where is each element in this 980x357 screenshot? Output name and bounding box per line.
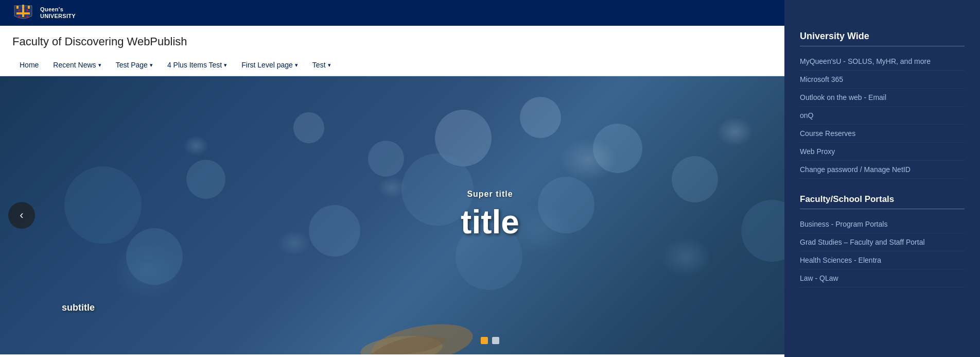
nav-test-label: Test — [312, 61, 326, 69]
university-wide-section: University Wide MyQueen'sU - SOLUS, MyHR… — [800, 31, 965, 179]
link-myqueens[interactable]: MyQueen'sU - SOLUS, MyHR, and more — [800, 53, 965, 71]
nav-recent-news-label: Recent News — [53, 61, 96, 69]
nav-test[interactable]: Test ▾ — [305, 56, 338, 76]
link-microsoft365[interactable]: Microsoft 365 — [800, 71, 965, 89]
chevron-down-icon: ▾ — [295, 62, 298, 69]
svg-point-24 — [309, 205, 360, 257]
link-course-reserves[interactable]: Course Reserves — [800, 125, 965, 143]
chevron-down-icon: ▾ — [224, 62, 227, 69]
slider-dot-1[interactable] — [481, 337, 488, 344]
svg-rect-5 — [16, 12, 30, 14]
nav-test-page-label: Test Page — [116, 61, 148, 69]
nav-test-page[interactable]: Test Page ▾ — [109, 56, 160, 76]
link-onq[interactable]: onQ — [800, 107, 965, 125]
link-outlook[interactable]: Outlook on the web - Email — [800, 89, 965, 107]
slider-dot-2[interactable] — [492, 337, 499, 344]
svg-rect-2 — [22, 5, 24, 9]
link-health-sciences[interactable]: Health Sciences - Elentra — [800, 251, 965, 269]
nav-4-plus-items[interactable]: 4 Plus Items Test ▾ — [160, 56, 234, 76]
nav-home[interactable]: Home — [12, 56, 46, 76]
faculty-portals-title: Faculty/School Portals — [800, 194, 965, 209]
university-name: Queen'sUNIVERSITY — [40, 6, 76, 20]
nav-4-plus-items-label: 4 Plus Items Test — [167, 61, 222, 69]
svg-point-22 — [64, 166, 142, 244]
university-wide-title: University Wide — [800, 31, 965, 46]
svg-rect-3 — [28, 6, 30, 9]
svg-point-9 — [26, 15, 28, 18]
svg-point-15 — [368, 141, 404, 177]
queens-logo — [10, 4, 36, 22]
link-web-proxy[interactable]: Web Proxy — [800, 143, 965, 161]
link-business[interactable]: Business - Program Portals — [800, 215, 965, 233]
link-law[interactable]: Law - QLaw — [800, 269, 965, 287]
chevron-down-icon: ▾ — [98, 62, 101, 69]
nav-first-level[interactable]: First Level page ▾ — [234, 56, 305, 76]
chevron-down-icon: ▾ — [328, 62, 331, 69]
svg-point-8 — [18, 15, 20, 18]
nav-home-label: Home — [20, 61, 39, 69]
slider-prev-button[interactable]: ‹ — [8, 202, 35, 229]
nav-first-level-label: First Level page — [241, 61, 293, 69]
chevron-left-icon: ‹ — [20, 209, 23, 222]
svg-point-27 — [126, 228, 183, 285]
nav-recent-news[interactable]: Recent News ▾ — [46, 56, 108, 76]
hero-supertitle: Super title — [461, 190, 519, 199]
svg-point-20 — [538, 177, 594, 233]
svg-point-14 — [520, 97, 561, 138]
svg-point-21 — [672, 156, 718, 202]
slider-dots — [481, 337, 499, 344]
signin-dropdown-menu: University Wide MyQueen'sU - SOLUS, MyHR… — [784, 0, 980, 354]
link-grad-studies[interactable]: Grad Studies – Faculty and Staff Portal — [800, 233, 965, 251]
hero-content: Super title title — [461, 190, 519, 241]
faculty-portals-section: Faculty/School Portals Business - Progra… — [800, 194, 965, 287]
hero-subtitle: subtitle — [62, 302, 95, 313]
svg-point-16 — [593, 124, 642, 173]
hero-title: title — [461, 203, 519, 241]
chevron-down-icon: ▾ — [150, 62, 153, 69]
svg-point-7 — [26, 9, 28, 11]
svg-point-19 — [186, 160, 225, 199]
svg-rect-1 — [16, 6, 19, 9]
svg-point-17 — [293, 112, 324, 143]
link-change-password[interactable]: Change password / Manage NetID — [800, 161, 965, 179]
svg-point-6 — [18, 9, 20, 11]
logo-area: Queen'sUNIVERSITY — [10, 4, 76, 22]
